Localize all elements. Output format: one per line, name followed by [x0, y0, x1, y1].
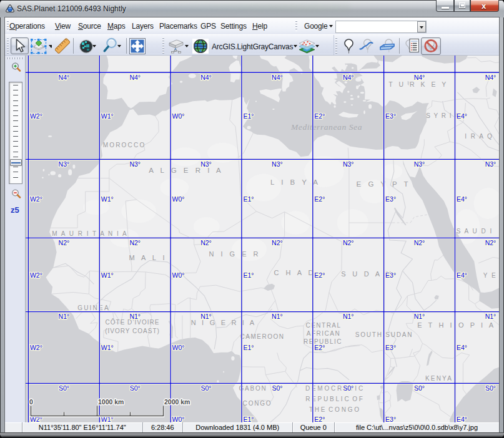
svg-text:W1°: W1°: [101, 344, 114, 351]
svg-text:N4°: N4°: [129, 74, 141, 81]
svg-text:N1°: N1°: [485, 313, 497, 320]
svg-text:E1°: E1°: [243, 112, 254, 120]
svg-text:N3°: N3°: [414, 160, 425, 168]
svg-text:E3°: E3°: [385, 416, 396, 422]
svg-text:E4°: E4°: [457, 344, 467, 351]
svg-text:A L G E R I A: A L G E R I A: [149, 167, 223, 174]
svg-text:N1°: N1°: [414, 313, 425, 320]
svg-text:S0°: S0°: [485, 384, 496, 392]
svg-text:CONGO: CONGO: [243, 400, 272, 407]
svg-text:N4°: N4°: [343, 74, 354, 81]
svg-text:N4°: N4°: [272, 74, 283, 81]
svg-text:CAMEROON: CAMEROON: [240, 333, 285, 340]
svg-text:M A U R I T A N I A: M A U R I T A N I A: [52, 230, 128, 237]
svg-text:S0°: S0°: [130, 384, 141, 392]
svg-text:N2°: N2°: [59, 239, 70, 246]
svg-text:E T H I O P I A: E T H I O P I A: [417, 321, 496, 329]
svg-text:N2°: N2°: [485, 239, 497, 246]
svg-text:N2°: N2°: [414, 239, 425, 246]
svg-text:AFRICAN: AFRICAN: [307, 330, 340, 337]
svg-text:E4°: E4°: [457, 271, 467, 279]
svg-text:N1°: N1°: [200, 313, 212, 320]
svg-text:W1°: W1°: [101, 112, 114, 120]
svg-text:E2°: E2°: [314, 112, 325, 120]
svg-text:W2°: W2°: [30, 271, 42, 279]
svg-text:S0°: S0°: [272, 384, 282, 392]
svg-text:W2°: W2°: [30, 112, 42, 120]
svg-text:W2°: W2°: [30, 195, 42, 203]
svg-text:C H A D: C H A D: [274, 269, 315, 276]
svg-text:N4°: N4°: [200, 74, 212, 81]
svg-text:E4°: E4°: [457, 112, 467, 120]
svg-text:N1°: N1°: [59, 313, 70, 320]
svg-text:W0°: W0°: [172, 195, 185, 203]
svg-text:0: 0: [29, 398, 33, 406]
svg-text:MOROCCO: MOROCCO: [103, 142, 146, 148]
svg-text:E2°: E2°: [314, 416, 325, 422]
svg-text:1000 km: 1000 km: [98, 398, 124, 406]
svg-text:GABON: GABON: [239, 385, 267, 392]
svg-text:M A L I: M A L I: [129, 254, 167, 261]
svg-text:E4°: E4°: [457, 195, 467, 203]
svg-text:E3°: E3°: [385, 112, 396, 120]
svg-text:E2°: E2°: [314, 271, 325, 279]
svg-text:S0°: S0°: [414, 384, 425, 392]
svg-text:E3°: E3°: [385, 195, 396, 203]
svg-text:CENTRAL: CENTRAL: [305, 322, 341, 329]
svg-text:E4°: E4°: [457, 416, 467, 422]
svg-text:D E M O C R A T I C: D E M O C R A T I C: [305, 385, 363, 392]
svg-text:W0°: W0°: [172, 416, 185, 422]
svg-text:N3°: N3°: [129, 160, 141, 168]
svg-text:N4°: N4°: [485, 74, 497, 81]
svg-text:N4°: N4°: [414, 74, 425, 81]
svg-text:2000 km: 2000 km: [164, 398, 190, 406]
svg-text:KENYA: KENYA: [425, 375, 453, 382]
svg-text:N3°: N3°: [59, 160, 70, 168]
svg-text:N I G E R: N I G E R: [209, 250, 260, 258]
svg-text:E3°: E3°: [385, 344, 396, 351]
svg-text:W0°: W0°: [172, 344, 185, 351]
svg-text:N1°: N1°: [343, 313, 354, 320]
svg-text:W1°: W1°: [101, 195, 114, 203]
svg-text:W0°: W0°: [172, 271, 185, 279]
svg-text:S0°: S0°: [200, 384, 211, 392]
svg-text:Y E M E N: Y E M E N: [483, 272, 499, 279]
svg-text:(IVORY COAST): (IVORY COAST): [105, 328, 160, 334]
svg-text:N1°: N1°: [272, 313, 283, 320]
svg-text:N3°: N3°: [272, 160, 283, 168]
svg-text:E1°: E1°: [243, 416, 254, 422]
svg-text:E2°: E2°: [314, 195, 325, 203]
svg-text:S0°: S0°: [343, 384, 353, 392]
svg-text:R E P U B L I C O F: R E P U B L I C O F: [305, 396, 363, 402]
svg-text:W0°: W0°: [172, 112, 185, 120]
svg-text:S A U D I: S A U D I: [457, 228, 493, 235]
svg-text:N2°: N2°: [343, 239, 354, 246]
svg-text:N1°: N1°: [129, 313, 141, 320]
svg-text:GUINEA: GUINEA: [77, 304, 110, 311]
svg-text:I R A Q: I R A Q: [465, 133, 493, 140]
svg-text:W1°: W1°: [101, 271, 114, 279]
svg-text:N3°: N3°: [200, 160, 212, 168]
svg-text:E1°: E1°: [243, 344, 254, 351]
svg-text:T U R K E Y: T U R K E Y: [388, 80, 448, 88]
svg-text:N4°: N4°: [59, 74, 70, 81]
svg-text:E1°: E1°: [243, 271, 254, 279]
svg-text:N2°: N2°: [200, 239, 212, 246]
svg-text:N3°: N3°: [343, 160, 354, 168]
svg-text:N2°: N2°: [272, 239, 283, 246]
svg-text:N2°: N2°: [129, 239, 141, 246]
svg-text:N3°: N3°: [485, 160, 497, 168]
svg-text:T H E C O N G O: T H E C O N G O: [309, 406, 359, 413]
svg-text:S0°: S0°: [59, 384, 69, 392]
svg-text:E3°: E3°: [385, 271, 396, 279]
svg-text:E1°: E1°: [243, 195, 254, 203]
svg-text:Mediterranean Sea: Mediterranean Sea: [290, 122, 362, 132]
svg-text:E2°: E2°: [314, 344, 325, 351]
svg-text:W2°: W2°: [30, 344, 42, 351]
